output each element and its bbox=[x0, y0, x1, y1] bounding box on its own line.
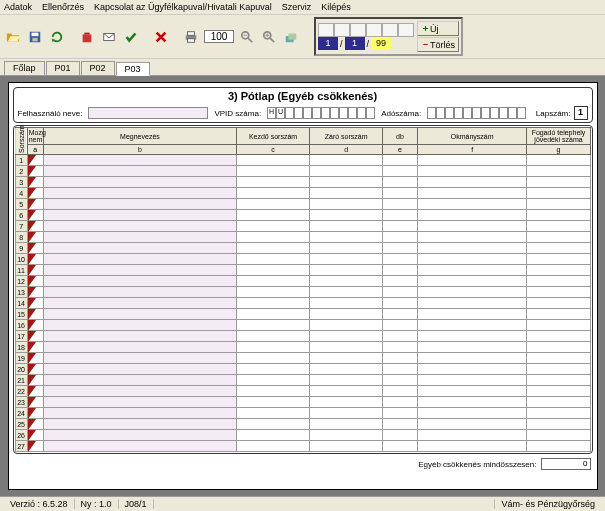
cell-okmanyszam[interactable] bbox=[417, 364, 527, 375]
row-marker[interactable] bbox=[27, 342, 43, 353]
cell-zaro[interactable] bbox=[310, 386, 383, 397]
table-row[interactable]: 20 bbox=[15, 364, 590, 375]
menu-szerviz[interactable]: Szerviz bbox=[282, 2, 312, 12]
cell-fogado[interactable] bbox=[527, 188, 590, 199]
cell-kezdo[interactable] bbox=[236, 232, 309, 243]
cell-kezdo[interactable] bbox=[236, 265, 309, 276]
row-marker[interactable] bbox=[27, 441, 43, 452]
cell-db[interactable] bbox=[383, 243, 418, 254]
cell-kezdo[interactable] bbox=[236, 298, 309, 309]
cell-okmanyszam[interactable] bbox=[417, 375, 527, 386]
row-marker[interactable] bbox=[27, 243, 43, 254]
cell-okmanyszam[interactable] bbox=[417, 155, 527, 166]
cell-megnevezes[interactable] bbox=[43, 419, 236, 430]
table-row[interactable]: 8 bbox=[15, 232, 590, 243]
table-row[interactable]: 27 bbox=[15, 441, 590, 452]
cell-fogado[interactable] bbox=[527, 254, 590, 265]
cell-db[interactable] bbox=[383, 331, 418, 342]
nav-cell[interactable] bbox=[382, 23, 398, 37]
adoszam-cells[interactable] bbox=[427, 107, 526, 119]
table-row[interactable]: 10 bbox=[15, 254, 590, 265]
table-row[interactable]: 22 bbox=[15, 386, 590, 397]
table-row[interactable]: 12 bbox=[15, 276, 590, 287]
cell-megnevezes[interactable] bbox=[43, 243, 236, 254]
cell-okmanyszam[interactable] bbox=[417, 397, 527, 408]
cell-db[interactable] bbox=[383, 265, 418, 276]
row-marker[interactable] bbox=[27, 177, 43, 188]
cell-kezdo[interactable] bbox=[236, 430, 309, 441]
nav-cell[interactable] bbox=[366, 23, 382, 37]
zoom-input[interactable] bbox=[204, 30, 234, 43]
cell-kezdo[interactable] bbox=[236, 166, 309, 177]
cell-megnevezes[interactable] bbox=[43, 408, 236, 419]
cell-zaro[interactable] bbox=[310, 210, 383, 221]
cell-fogado[interactable] bbox=[527, 331, 590, 342]
row-marker[interactable] bbox=[27, 397, 43, 408]
cell-db[interactable] bbox=[383, 177, 418, 188]
cell-kezdo[interactable] bbox=[236, 276, 309, 287]
cell-megnevezes[interactable] bbox=[43, 298, 236, 309]
cell-zaro[interactable] bbox=[310, 309, 383, 320]
mail-icon[interactable] bbox=[100, 28, 118, 46]
cell-zaro[interactable] bbox=[310, 265, 383, 276]
table-row[interactable]: 21 bbox=[15, 375, 590, 386]
cell-db[interactable] bbox=[383, 166, 418, 177]
cell-kezdo[interactable] bbox=[236, 331, 309, 342]
table-row[interactable]: 9 bbox=[15, 243, 590, 254]
cell-fogado[interactable] bbox=[527, 397, 590, 408]
cell-zaro[interactable] bbox=[310, 276, 383, 287]
cell-fogado[interactable] bbox=[527, 177, 590, 188]
row-marker[interactable] bbox=[27, 276, 43, 287]
row-marker[interactable] bbox=[27, 254, 43, 265]
zoom-out-icon[interactable] bbox=[238, 28, 256, 46]
tab-folap[interactable]: Főlap bbox=[4, 61, 45, 75]
cell-db[interactable] bbox=[383, 375, 418, 386]
cell-db[interactable] bbox=[383, 232, 418, 243]
row-marker[interactable] bbox=[27, 386, 43, 397]
row-marker[interactable] bbox=[27, 210, 43, 221]
nav-add-button[interactable]: ＋Új bbox=[417, 21, 459, 36]
row-marker[interactable] bbox=[27, 199, 43, 210]
felhasznalo-field[interactable] bbox=[88, 107, 208, 119]
cell-zaro[interactable] bbox=[310, 408, 383, 419]
row-marker[interactable] bbox=[27, 309, 43, 320]
cell-okmanyszam[interactable] bbox=[417, 430, 527, 441]
cell-okmanyszam[interactable] bbox=[417, 243, 527, 254]
cell-zaro[interactable] bbox=[310, 298, 383, 309]
cell-db[interactable] bbox=[383, 430, 418, 441]
cell-kezdo[interactable] bbox=[236, 441, 309, 452]
cell-zaro[interactable] bbox=[310, 342, 383, 353]
cell-fogado[interactable] bbox=[527, 419, 590, 430]
cell-kezdo[interactable] bbox=[236, 342, 309, 353]
cell-fogado[interactable] bbox=[527, 287, 590, 298]
table-row[interactable]: 18 bbox=[15, 342, 590, 353]
row-marker[interactable] bbox=[27, 221, 43, 232]
cell-db[interactable] bbox=[383, 342, 418, 353]
cell-zaro[interactable] bbox=[310, 221, 383, 232]
cell-okmanyszam[interactable] bbox=[417, 298, 527, 309]
cell-zaro[interactable] bbox=[310, 155, 383, 166]
cell-db[interactable] bbox=[383, 155, 418, 166]
cell-megnevezes[interactable] bbox=[43, 397, 236, 408]
cell-megnevezes[interactable] bbox=[43, 375, 236, 386]
cell-fogado[interactable] bbox=[527, 199, 590, 210]
cell-megnevezes[interactable] bbox=[43, 155, 236, 166]
cell-okmanyszam[interactable] bbox=[417, 210, 527, 221]
tab-p02[interactable]: P02 bbox=[81, 61, 115, 75]
table-row[interactable]: 23 bbox=[15, 397, 590, 408]
cell-zaro[interactable] bbox=[310, 254, 383, 265]
cell-zaro[interactable] bbox=[310, 232, 383, 243]
cell-okmanyszam[interactable] bbox=[417, 254, 527, 265]
cell-db[interactable] bbox=[383, 397, 418, 408]
refresh-icon[interactable] bbox=[48, 28, 66, 46]
table-row[interactable]: 6 bbox=[15, 210, 590, 221]
cell-zaro[interactable] bbox=[310, 419, 383, 430]
menu-ellenorzes[interactable]: Ellenőrzés bbox=[42, 2, 84, 12]
menu-kilepes[interactable]: Kilépés bbox=[321, 2, 351, 12]
cell-zaro[interactable] bbox=[310, 375, 383, 386]
row-marker[interactable] bbox=[27, 353, 43, 364]
table-row[interactable]: 16 bbox=[15, 320, 590, 331]
row-marker[interactable] bbox=[27, 155, 43, 166]
cell-fogado[interactable] bbox=[527, 210, 590, 221]
cell-megnevezes[interactable] bbox=[43, 309, 236, 320]
